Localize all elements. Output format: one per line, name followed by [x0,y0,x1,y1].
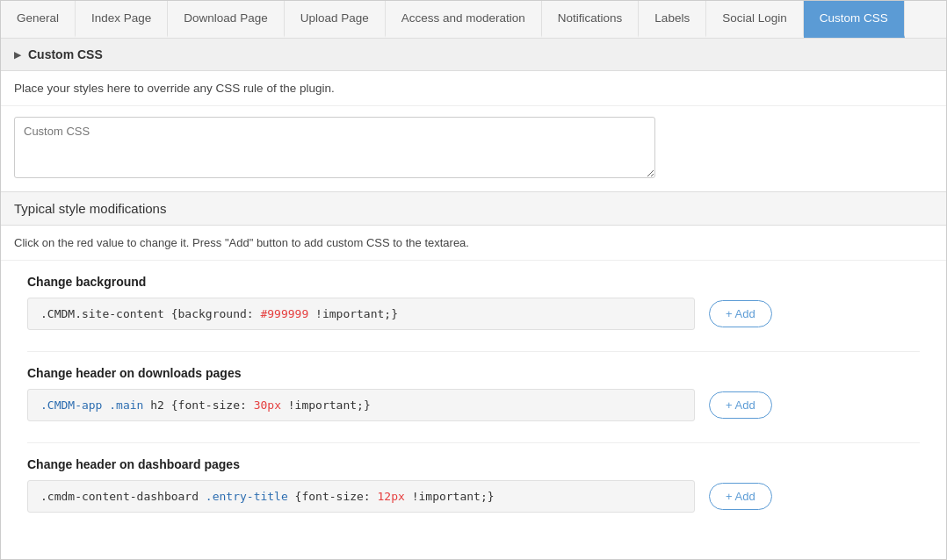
tab-custom-css[interactable]: Custom CSS [804,1,905,38]
code-value-bg[interactable]: #999999 [260,307,308,320]
code-suffix-dashboard: !important;} [405,490,495,503]
tab-access-moderation[interactable]: Access and moderation [386,1,542,38]
style-block-header-downloads: Change header on downloads pages .CMDM-a… [1,352,946,442]
code-prefix-bg: .CMDM.site-content {background: [40,307,260,320]
code-prefix-dashboard: .cmdm-content-dashboard .entry-title {fo… [40,490,378,503]
add-button-downloads[interactable]: + Add [709,391,772,419]
tab-general[interactable]: General [1,1,76,38]
style-block-header-dashboard: Change header on dashboard pages .cmdm-c… [1,443,946,534]
modifications-header: Typical style modifications [1,192,946,226]
style-block-title-dashboard: Change header on dashboard pages [27,457,920,471]
tab-upload-page[interactable]: Upload Page [285,1,386,38]
tab-index-page[interactable]: Index Page [76,1,168,38]
tab-bar: General Index Page Download Page Upload … [1,1,946,39]
style-code-bg: .CMDM.site-content {background: #999999 … [27,298,695,330]
style-code-row-bg: .CMDM.site-content {background: #999999 … [27,298,920,330]
add-button-bg[interactable]: + Add [709,300,772,327]
description-text: Place your styles here to override any C… [1,71,946,106]
tab-notifications[interactable]: Notifications [542,1,640,38]
style-code-downloads: .CMDM-app .main h2 {font-size: 30px !imp… [27,389,695,421]
code-value-downloads[interactable]: 30px [254,398,281,412]
code-value-dashboard[interactable]: 12px [378,490,405,503]
tab-labels[interactable]: Labels [639,1,706,38]
add-button-dashboard[interactable]: + Add [709,483,772,510]
section-header: ▶ Custom CSS [1,39,946,71]
custom-css-textarea[interactable] [14,117,655,178]
style-code-row-downloads: .CMDM-app .main h2 {font-size: 30px !imp… [27,389,920,421]
code-suffix-downloads: !important;} [281,398,371,412]
instructions-text: Click on the red value to change it. Pre… [1,226,946,261]
code-prefix-downloads: .CMDM-app .main h2 {font-size: [40,398,254,412]
arrow-icon: ▶ [14,50,21,60]
section-title: Custom CSS [28,47,103,61]
textarea-area [1,106,946,192]
style-block-background: Change background .CMDM.site-content {ba… [1,261,946,351]
style-block-title-downloads: Change header on downloads pages [27,366,920,380]
code-suffix-bg: !important;} [308,307,398,320]
style-code-dashboard: .cmdm-content-dashboard .entry-title {fo… [27,480,695,513]
style-code-row-dashboard: .cmdm-content-dashboard .entry-title {fo… [27,480,920,513]
tab-social-login[interactable]: Social Login [706,1,804,38]
tab-download-page[interactable]: Download Page [168,1,284,38]
style-block-title-bg: Change background [27,275,920,289]
